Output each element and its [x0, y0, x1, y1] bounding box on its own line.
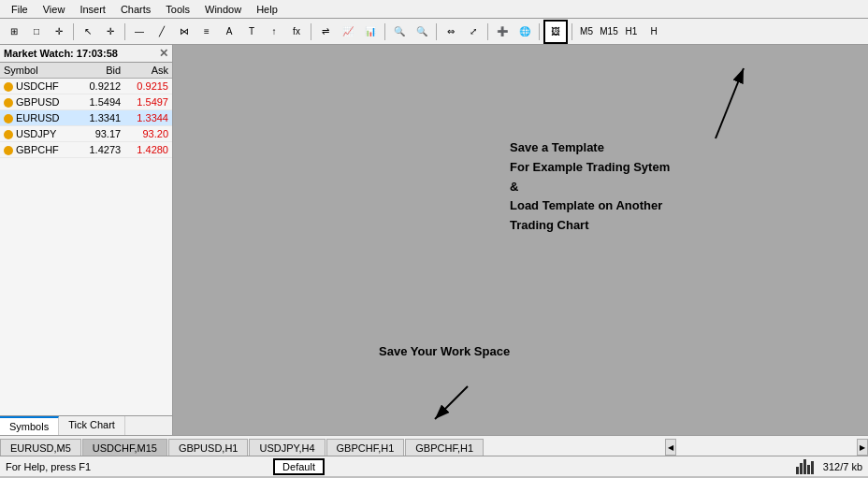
- ask-cell: 93.20: [124, 126, 172, 142]
- menu-file[interactable]: File: [4, 2, 36, 17]
- template-annotation: Save a Template For Example Trading Syte…: [510, 138, 670, 236]
- toolbar-indicator1[interactable]: 📈: [338, 22, 358, 42]
- market-watch-close-button[interactable]: ✕: [159, 47, 168, 60]
- symbol-cell: USDCHF: [0, 79, 77, 94]
- bid-cell: 1.4273: [77, 142, 124, 158]
- toolbar-new-order[interactable]: ➕: [492, 22, 513, 42]
- menu-insert[interactable]: Insert: [72, 2, 113, 17]
- menu-charts[interactable]: Charts: [113, 2, 158, 17]
- currency-icon: [4, 114, 13, 123]
- memory-stats: 312/7 kb: [823, 461, 862, 472]
- status-bar: For Help, press F1 Default 312/7 kb: [0, 456, 868, 476]
- sidebar-tabs: Symbols Tick Chart: [0, 415, 172, 435]
- toolbar-zoom-in[interactable]: 🔍: [412, 22, 432, 42]
- menu-view[interactable]: View: [36, 2, 73, 17]
- toolbar-template[interactable]: 🖼: [543, 20, 568, 44]
- col-bid: Bid: [77, 63, 124, 79]
- toolbar-zoom-out[interactable]: 🔍: [389, 22, 410, 42]
- help-text: For Help, press F1: [6, 461, 91, 472]
- symbol-cell: EURUSD: [0, 110, 77, 126]
- toolbar-tline[interactable]: ╱: [152, 22, 172, 42]
- col-symbol: Symbol: [0, 63, 77, 79]
- tab-scroll-left[interactable]: ◀: [665, 439, 676, 456]
- ask-cell: 1.3344: [124, 110, 172, 126]
- chart-area: Save a Template For Example Trading Syte…: [173, 45, 868, 435]
- menu-window[interactable]: Window: [197, 2, 249, 17]
- toolbar-arrow[interactable]: ↑: [264, 22, 284, 42]
- tab-scroll-right[interactable]: ▶: [857, 439, 868, 456]
- toolbar-chart-shift[interactable]: ⤢: [463, 22, 484, 42]
- toolbar-m15[interactable]: M15: [599, 22, 619, 42]
- status-right: 312/7 kb: [796, 459, 862, 474]
- toolbar-sep-6: [487, 23, 488, 40]
- toolbar-fx[interactable]: fx: [286, 22, 307, 42]
- toolbar-label[interactable]: T: [241, 22, 262, 42]
- main-area: Market Watch: 17:03:58 ✕ Symbol Bid Ask …: [0, 45, 868, 435]
- symbol-cell: GBPUSD: [0, 94, 77, 110]
- chart-tab-5[interactable]: GBPCHF,H1: [405, 439, 484, 456]
- toolbar-cursor[interactable]: ↖: [78, 22, 98, 42]
- market-row-gbpusd[interactable]: GBPUSD 1.5494 1.5497: [0, 94, 172, 110]
- bar4: [807, 465, 810, 474]
- toolbar-text[interactable]: A: [219, 22, 239, 42]
- toolbar-sep-2: [124, 23, 125, 40]
- toolbar-fib[interactable]: ≡: [196, 22, 217, 42]
- market-row-eurusd[interactable]: EURUSD 1.3341 1.3344: [0, 110, 172, 126]
- toolbar: ⊞ □ ✛ ↖ ✛ — ╱ ⋈ ≡ A T ↑ fx ⇌ 📈 📊 🔍 🔍 ⇔ ⤢…: [0, 19, 868, 45]
- svg-line-3: [435, 386, 468, 419]
- currency-icon: [4, 146, 13, 155]
- toolbar-indicator2[interactable]: 📊: [360, 22, 381, 42]
- market-row-usdchf[interactable]: USDCHF 0.9212 0.9215: [0, 79, 172, 94]
- sidebar: Market Watch: 17:03:58 ✕ Symbol Bid Ask …: [0, 45, 173, 435]
- symbol-cell: USDJPY: [0, 126, 77, 142]
- toolbar-h4[interactable]: H: [644, 22, 664, 42]
- bar5: [811, 461, 814, 474]
- toolbar-hline[interactable]: —: [129, 22, 150, 42]
- bid-cell: 0.9212: [77, 79, 124, 94]
- toolbar-sep-7: [539, 23, 540, 40]
- toolbar-sep-5: [436, 23, 437, 40]
- ask-cell: 1.4280: [124, 142, 172, 158]
- toolbar-m5[interactable]: M5: [576, 22, 597, 42]
- ask-cell: 0.9215: [124, 79, 172, 94]
- menu-help[interactable]: Help: [249, 2, 285, 17]
- toolbar-sep-1: [73, 23, 74, 40]
- bid-cell: 1.5494: [77, 94, 124, 110]
- chart-tab-4[interactable]: GBPCHF,H1: [326, 439, 405, 456]
- market-watch-title: Market Watch: 17:03:58: [4, 48, 118, 59]
- toolbar-sep-8: [571, 23, 572, 40]
- chart-tab-3[interactable]: USDJPY,H4: [249, 439, 325, 456]
- sidebar-tab-symbols[interactable]: Symbols: [0, 416, 59, 435]
- menu-bar: File View Insert Charts Tools Window Hel…: [0, 0, 868, 19]
- workspace-arrow: [173, 45, 868, 435]
- toolbar-crosshair[interactable]: ✛: [100, 22, 121, 42]
- toolbar-close[interactable]: ✛: [49, 22, 69, 42]
- toolbar-open[interactable]: □: [26, 22, 47, 42]
- ask-cell: 1.5497: [124, 94, 172, 110]
- chart-tab-bar: EURUSD,M5 USDCHF,M15 GBPUSD,H1 USDJPY,H4…: [0, 435, 868, 456]
- toolbar-period-sep[interactable]: ⇌: [315, 22, 336, 42]
- currency-icon: [4, 98, 13, 108]
- template-arrow: [173, 45, 868, 435]
- symbol-cell: GBPCHF: [0, 142, 77, 158]
- menu-tools[interactable]: Tools: [158, 2, 197, 17]
- svg-line-1: [716, 68, 744, 138]
- bar2: [800, 463, 803, 474]
- toolbar-auto-scroll[interactable]: ⇔: [441, 22, 461, 42]
- chart-tab-0[interactable]: EURUSD,M5: [0, 439, 81, 456]
- market-row-gbpchf[interactable]: GBPCHF 1.4273 1.4280: [0, 142, 172, 158]
- workspace-label: Default: [273, 458, 325, 475]
- toolbar-channel[interactable]: ⋈: [174, 22, 195, 42]
- toolbar-account[interactable]: 🌐: [514, 22, 535, 42]
- currency-icon: [4, 82, 13, 92]
- chart-tab-1[interactable]: USDCHF,M15: [82, 439, 167, 456]
- market-row-usdjpy[interactable]: USDJPY 93.17 93.20: [0, 126, 172, 142]
- toolbar-sep-3: [311, 23, 311, 40]
- bar-chart-icon: [796, 459, 814, 474]
- toolbar-sep-4: [384, 23, 385, 40]
- market-watch-header: Market Watch: 17:03:58 ✕: [0, 45, 172, 63]
- sidebar-tab-tick-chart[interactable]: Tick Chart: [59, 416, 125, 435]
- toolbar-new-chart[interactable]: ⊞: [4, 22, 24, 42]
- chart-tab-2[interactable]: GBPUSD,H1: [168, 439, 249, 456]
- toolbar-h1[interactable]: H1: [621, 22, 642, 42]
